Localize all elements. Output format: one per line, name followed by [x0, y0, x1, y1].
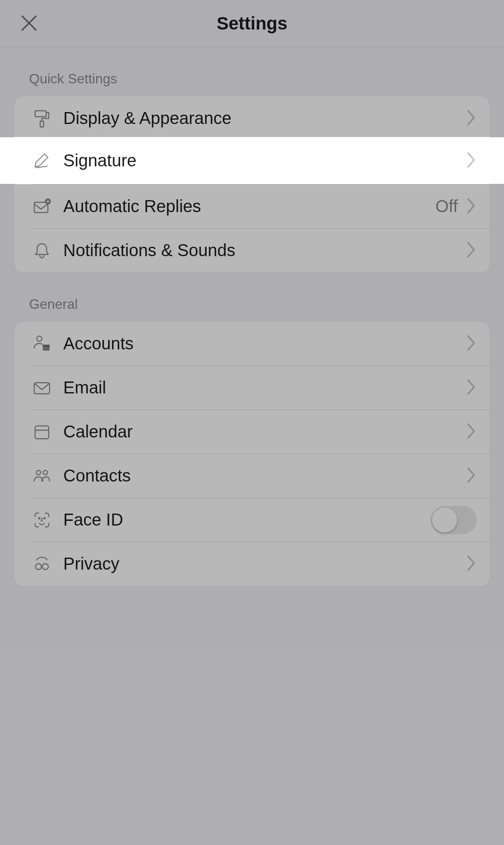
signature-icon: [32, 151, 57, 171]
section-title-quick: Quick Settings: [29, 71, 489, 87]
svg-rect-2: [34, 202, 48, 213]
close-icon: [20, 14, 38, 34]
row-label: Notifications & Sounds: [57, 241, 466, 260]
row-label: Display & Appearance: [57, 109, 466, 128]
row-accounts[interactable]: Accounts: [15, 322, 489, 366]
group-quick-settings: Display & Appearance Automatic Replies O…: [15, 96, 489, 272]
paint-roller-icon: [32, 108, 57, 129]
row-label: Accounts: [57, 334, 466, 353]
toggle-knob: [432, 508, 457, 532]
row-display-appearance[interactable]: Display & Appearance: [15, 96, 489, 140]
envelope-icon: [32, 378, 57, 398]
svg-rect-6: [43, 345, 50, 347]
section-title-general: General: [29, 296, 489, 312]
row-email[interactable]: Email: [15, 366, 489, 410]
row-label: Automatic Replies: [57, 197, 435, 216]
row-contacts[interactable]: Contacts: [15, 454, 489, 498]
svg-point-14: [42, 564, 48, 570]
svg-point-11: [39, 517, 40, 519]
settings-header: Settings: [0, 0, 504, 47]
svg-rect-0: [35, 111, 46, 117]
row-automatic-replies[interactable]: Automatic Replies Off: [15, 184, 489, 228]
row-value: Off: [435, 197, 458, 216]
row-calendar[interactable]: Calendar: [15, 410, 489, 454]
chevron-right-icon: [466, 467, 477, 485]
svg-point-4: [37, 336, 42, 341]
group-general: Accounts Email Calendar Contacts: [15, 322, 489, 586]
svg-point-12: [44, 517, 45, 519]
row-signature[interactable]: Signature: [15, 137, 489, 184]
chevron-right-icon: [466, 109, 477, 128]
chevron-right-icon: [466, 422, 477, 441]
row-label: Signature: [57, 151, 466, 170]
svg-rect-8: [35, 426, 49, 439]
svg-rect-1: [40, 121, 44, 127]
chevron-right-icon: [466, 151, 477, 170]
auto-reply-icon: [32, 196, 57, 217]
accounts-icon: [32, 334, 57, 354]
page-title: Settings: [217, 13, 288, 34]
row-privacy[interactable]: Privacy: [15, 542, 489, 586]
row-label: Email: [57, 378, 466, 397]
row-notifications[interactable]: Notifications & Sounds: [15, 228, 489, 272]
row-signature-highlight-wrap: Signature: [15, 137, 489, 184]
svg-rect-7: [34, 383, 50, 394]
svg-point-13: [35, 564, 41, 570]
row-label: Contacts: [57, 466, 466, 485]
chevron-right-icon: [466, 241, 477, 260]
privacy-icon: [32, 554, 57, 574]
row-label: Face ID: [57, 510, 430, 529]
row-label: Privacy: [57, 554, 466, 573]
chevron-right-icon: [466, 197, 477, 216]
row-face-id: Face ID: [15, 498, 489, 542]
row-label: Calendar: [57, 422, 466, 441]
face-id-toggle[interactable]: [430, 506, 477, 534]
contacts-icon: [32, 466, 57, 486]
close-button[interactable]: [17, 12, 41, 36]
svg-point-9: [36, 470, 41, 475]
face-id-icon: [32, 510, 57, 530]
bell-icon: [32, 240, 57, 261]
calendar-icon: [32, 422, 57, 442]
chevron-right-icon: [466, 334, 477, 353]
svg-point-10: [43, 470, 47, 475]
chevron-right-icon: [466, 378, 477, 397]
chevron-right-icon: [466, 555, 477, 573]
